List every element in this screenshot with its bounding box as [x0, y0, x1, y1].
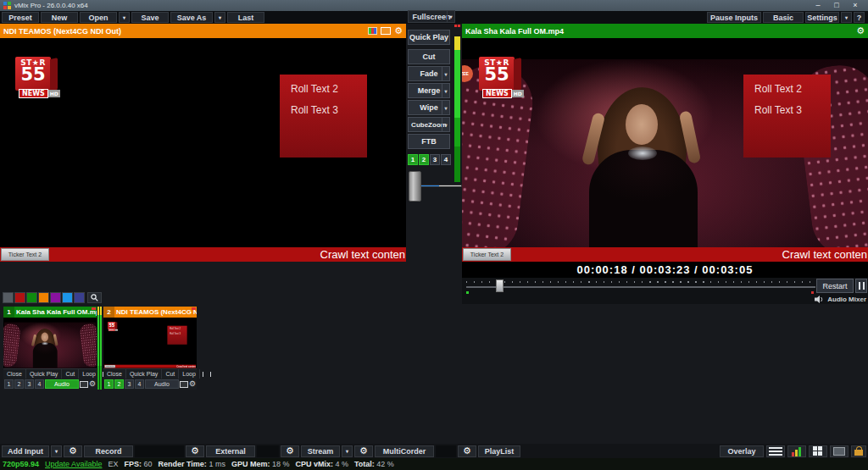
monitor-icon[interactable] [381, 27, 391, 35]
input-2-thumbnail[interactable]: ST★R55 NEWSHD Roll Text 2 Roll Text 3 Ti… [103, 318, 197, 368]
overlay-2-button[interactable]: 2 [419, 154, 429, 165]
close-button[interactable]: × [846, 0, 865, 11]
external-settings-button[interactable]: ⚙ [281, 445, 299, 457]
save-button[interactable]: Save [131, 12, 169, 23]
chevron-down-icon[interactable]: ▾ [442, 84, 449, 97]
input-1-thumbnail[interactable] [3, 318, 97, 368]
input-1-header[interactable]: 1 Kala Sha Kala Full OM.mp4 [3, 307, 97, 318]
overlay-1-button[interactable]: 1 [408, 154, 418, 165]
overlay-button[interactable]: Overlay [720, 445, 764, 457]
gear-icon[interactable]: ⚙ [394, 26, 403, 36]
input-2-header[interactable]: 2 NDI TEAMOS (Next4CG NDI Out) [103, 307, 197, 318]
add-input-settings-button[interactable]: ⚙ [64, 445, 82, 457]
settings-button[interactable]: Settings [805, 12, 839, 23]
close-button[interactable]: Close [3, 369, 26, 379]
search-button[interactable] [87, 292, 102, 303]
seek-track[interactable] [466, 286, 815, 288]
add-input-dropdown[interactable]: ▾ [51, 445, 62, 457]
category-blue-button[interactable] [62, 292, 73, 303]
overlay-4-button[interactable]: 4 [135, 379, 144, 389]
cut-button[interactable]: Cut [162, 369, 179, 379]
help-button[interactable]: ? [854, 12, 865, 23]
chevron-down-icon[interactable]: ▾ [447, 11, 454, 22]
fullscreen-output-button[interactable] [830, 445, 849, 457]
pause-icon[interactable] [203, 372, 211, 377]
chevron-down-icon[interactable]: ▾ [442, 118, 449, 131]
minimize-button[interactable]: – [809, 0, 827, 11]
overlay-2-button[interactable]: 2 [14, 379, 24, 389]
audio-button[interactable]: Audio [145, 379, 179, 389]
last-button[interactable]: Last [227, 12, 264, 23]
quick-play-button[interactable]: Quick Play [26, 369, 62, 379]
cut-button[interactable]: Cut [62, 369, 79, 379]
audio-button[interactable]: Audio [45, 379, 79, 389]
overlay-1-button[interactable]: 1 [104, 379, 114, 389]
settings-dropdown[interactable]: ▾ [841, 12, 852, 23]
category-purple-button[interactable] [50, 292, 61, 303]
open-dropdown[interactable]: ▾ [119, 12, 130, 23]
wipe-button[interactable]: Wipe▾ [408, 100, 450, 115]
audio-mixer-toggle[interactable]: Audio Mixer [815, 296, 866, 303]
gear-icon[interactable]: ⚙ [856, 26, 865, 36]
seek-handle[interactable] [496, 279, 504, 292]
ftb-button[interactable]: FTB [408, 134, 450, 149]
gear-icon[interactable]: ⚙ [89, 380, 96, 388]
overlay-3-button[interactable]: 3 [430, 154, 440, 165]
external-button[interactable]: External [206, 445, 255, 457]
record-button[interactable]: Record [84, 445, 133, 457]
category-green-button[interactable] [26, 292, 37, 303]
stream-button[interactable]: Stream [301, 445, 340, 457]
preview-header[interactable]: NDI TEAMOS (Next4CG NDI Out) ⚙ [0, 24, 406, 38]
merge-button[interactable]: Merge▾ [408, 83, 450, 98]
category-red-button[interactable] [14, 292, 25, 303]
chevron-down-icon[interactable]: ▾ [442, 101, 449, 114]
pause-inputs-button[interactable]: Pause Inputs [707, 12, 761, 23]
playlist-button[interactable]: PlayList [478, 445, 520, 457]
close-button[interactable]: Close [103, 369, 126, 379]
overlay-3-button[interactable]: 3 [125, 379, 134, 389]
multicorder-button[interactable]: MultiCorder [375, 445, 434, 457]
save-as-button[interactable]: Save As [170, 12, 213, 23]
category-gray-button[interactable] [3, 292, 14, 303]
monitor-icon[interactable] [80, 381, 88, 388]
cubezoom-button[interactable]: CubeZoom▾ [408, 117, 450, 132]
overlay-3-button[interactable]: 3 [25, 379, 34, 389]
audio-meters-button[interactable] [787, 445, 806, 457]
loop-button[interactable]: Loop [179, 369, 200, 379]
add-input-button[interactable]: Add Input [2, 445, 49, 457]
monitor-icon[interactable] [180, 381, 188, 388]
tbar-handle[interactable] [409, 171, 421, 202]
record-settings-button[interactable]: ⚙ [186, 445, 204, 457]
open-button[interactable]: Open [80, 12, 117, 23]
stream-settings-button[interactable]: ⚙ [354, 445, 373, 457]
overlay-2-button[interactable]: 2 [114, 379, 124, 389]
chevron-down-icon[interactable]: ▾ [442, 67, 449, 80]
lock-button[interactable] [851, 445, 866, 457]
multicorder-settings-button[interactable]: ⚙ [458, 445, 476, 457]
category-orange-button[interactable] [38, 292, 49, 303]
program-video[interactable]: ZEE ST★R55 NEWSHD Roll Text 2 Roll Text … [462, 38, 868, 262]
gear-icon[interactable]: ⚙ [189, 380, 196, 388]
save-as-dropdown[interactable]: ▾ [214, 12, 225, 23]
overlay-1-button[interactable]: 1 [4, 379, 14, 389]
quick-play-button[interactable]: Quick Play [126, 369, 162, 379]
ticker-title-button[interactable]: Ticker Text 2 [1, 248, 49, 261]
restart-button[interactable]: Restart [816, 279, 854, 293]
overlay-4-button[interactable]: 4 [35, 379, 44, 389]
basic-button[interactable]: Basic [763, 12, 804, 23]
preset-button[interactable]: Preset [2, 12, 39, 23]
overlay-4-button[interactable]: 4 [441, 154, 451, 165]
list-view-button[interactable] [766, 445, 785, 457]
preview-video[interactable]: ST★R55 NEWSHD Roll Text 2 Roll Text 3 Ti… [0, 38, 406, 262]
multiview-button[interactable] [809, 445, 827, 457]
update-available-link[interactable]: Update Available [45, 460, 102, 468]
ticker-title-button[interactable]: Ticker Text 2 [463, 248, 511, 261]
pause-button[interactable] [855, 279, 867, 293]
program-header[interactable]: Kala Sha Kala Full OM.mp4 ⚙ [462, 24, 868, 38]
cut-button[interactable]: Cut [408, 49, 450, 64]
new-button[interactable]: New [41, 12, 78, 23]
maximize-button[interactable]: □ [827, 0, 846, 11]
fullscreen-button[interactable]: Fullscreen ▾ [408, 10, 455, 23]
fade-button[interactable]: Fade▾ [408, 66, 450, 81]
category-indigo-button[interactable] [74, 292, 85, 303]
